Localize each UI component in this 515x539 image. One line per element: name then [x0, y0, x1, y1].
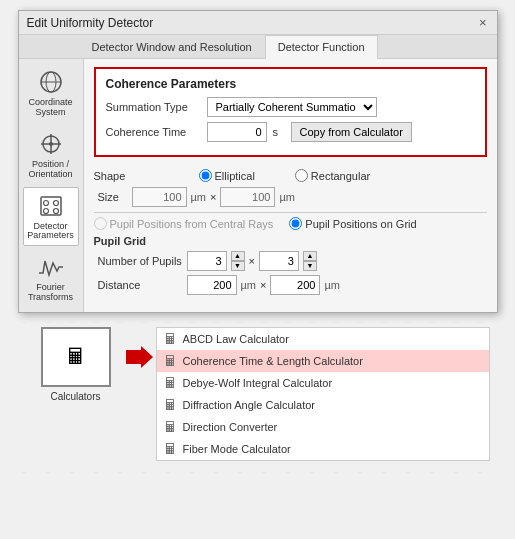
rectangular-radio[interactable]	[295, 169, 308, 182]
wavy-separator-top	[18, 317, 498, 323]
size-x-input[interactable]	[132, 187, 187, 207]
sidebar-label-detector-parameters: Detector Parameters	[26, 222, 76, 242]
rectangular-label: Rectangular	[311, 170, 370, 182]
num-pupils-row: Number of Pupils ▲ ▼ × ▲ ▼	[94, 251, 487, 271]
summation-type-row: Summation Type Partially Coherent Summat…	[106, 97, 475, 117]
spin-up-icon[interactable]: ▲	[231, 251, 245, 261]
distance-row: Distance µm × µm	[94, 275, 487, 295]
rectangular-radio-label[interactable]: Rectangular	[295, 169, 370, 182]
coordinate-system-icon	[35, 68, 67, 96]
pupil-grid-title: Pupil Grid	[94, 235, 487, 247]
num-pupils-y-spinner[interactable]: ▲ ▼	[303, 251, 317, 271]
distance-x-input[interactable]	[187, 275, 237, 295]
calc-item-coherence-time[interactable]: 🖩 Coherence Time & Length Calculator	[157, 350, 489, 372]
coherence-time-unit: s	[273, 126, 285, 138]
elliptical-radio[interactable]	[199, 169, 212, 182]
diffraction-angle-label: Diffraction Angle Calculator	[183, 399, 315, 411]
calculator-list: 🖩 ABCD Law Calculator 🖩 Coherence Time &…	[156, 327, 490, 461]
num-pupils-label: Number of Pupils	[98, 255, 183, 267]
debye-wolf-label: Debye-Wolf Integral Calculator	[183, 377, 333, 389]
shape-row: Shape Elliptical Rectangular	[94, 169, 487, 182]
separator-1	[94, 212, 487, 213]
sidebar-label-fourier: Fourier Transforms	[26, 283, 76, 303]
coherence-time-icon: 🖩	[163, 353, 177, 369]
pupil-positions-row: Pupil Positions from Central Rays Pupil …	[94, 217, 487, 230]
size-unit-y: µm	[279, 191, 295, 203]
distance-unit-x: µm	[241, 279, 257, 291]
multiply-sign-2: ×	[249, 255, 255, 267]
multiply-sign-3: ×	[260, 279, 266, 291]
close-button[interactable]: ×	[477, 15, 489, 30]
num-pupils-y-input[interactable]	[259, 251, 299, 271]
calc-item-fiber-mode[interactable]: 🖩 Fiber Mode Calculator	[157, 438, 489, 460]
copy-from-calculator-button[interactable]: Copy from Calculator	[291, 122, 412, 142]
grid-radio[interactable]	[289, 217, 302, 230]
summation-type-label: Summation Type	[106, 101, 201, 113]
svg-point-6	[49, 142, 53, 146]
central-rays-radio	[94, 217, 107, 230]
dialog-title: Edit Uniformity Detector	[27, 16, 154, 30]
fourier-transforms-icon	[35, 253, 67, 281]
shape-section: Shape Elliptical Rectangular Size µm ×	[94, 165, 487, 303]
num-pupils-x-input[interactable]	[187, 251, 227, 271]
sidebar-item-position-orientation[interactable]: Position / Orientation	[23, 125, 79, 185]
size-unit-x: µm	[191, 191, 207, 203]
fiber-mode-icon: 🖩	[163, 441, 177, 457]
grid-radio-label[interactable]: Pupil Positions on Grid	[289, 217, 416, 230]
distance-unit-y: µm	[324, 279, 340, 291]
sidebar-item-detector-parameters[interactable]: Detector Parameters	[23, 187, 79, 247]
calculators-label: Calculators	[50, 391, 100, 402]
tab-detector-function[interactable]: Detector Function	[265, 35, 378, 59]
coherence-section-title: Coherence Parameters	[106, 77, 475, 91]
distance-label: Distance	[98, 279, 183, 291]
elliptical-radio-label[interactable]: Elliptical	[199, 169, 255, 182]
summation-type-select[interactable]: Partially Coherent Summation Fully Coher…	[207, 97, 377, 117]
size-label: Size	[98, 191, 128, 203]
size-row: Size µm × µm	[94, 187, 487, 207]
grid-text: Pupil Positions on Grid	[305, 218, 416, 230]
svg-point-10	[43, 208, 48, 213]
abcd-law-label: ABCD Law Calculator	[183, 333, 289, 345]
detector-parameters-icon	[35, 192, 67, 220]
direction-converter-label: Direction Converter	[183, 421, 278, 433]
coherence-time-label: Coherence Time	[106, 126, 201, 138]
spin-up-y-icon[interactable]: ▲	[303, 251, 317, 261]
calc-item-abcd-law[interactable]: 🖩 ABCD Law Calculator	[157, 328, 489, 350]
debye-wolf-icon: 🖩	[163, 375, 177, 391]
coherence-time-row: Coherence Time s Copy from Calculator	[106, 122, 475, 142]
calc-item-direction-converter[interactable]: 🖩 Direction Converter	[157, 416, 489, 438]
distance-y-input[interactable]	[270, 275, 320, 295]
wavy-border-bottom	[18, 467, 498, 473]
direction-converter-icon: 🖩	[163, 419, 177, 435]
fiber-mode-label: Fiber Mode Calculator	[183, 443, 291, 455]
dialog-body: Coordinate System Position / Orientation	[19, 59, 497, 312]
central-rays-label[interactable]: Pupil Positions from Central Rays	[94, 217, 274, 230]
calc-item-diffraction-angle[interactable]: 🖩 Diffraction Angle Calculator	[157, 394, 489, 416]
spin-down-y-icon[interactable]: ▼	[303, 261, 317, 271]
svg-point-9	[53, 200, 58, 205]
sidebar-label-coordinate-system: Coordinate System	[26, 98, 76, 118]
multiply-sign: ×	[210, 191, 216, 203]
abcd-law-icon: 🖩	[163, 331, 177, 347]
spin-down-icon[interactable]: ▼	[231, 261, 245, 271]
sidebar-item-coordinate-system[interactable]: Coordinate System	[23, 63, 79, 123]
dialog-titlebar: Edit Uniformity Detector ×	[19, 11, 497, 35]
svg-marker-12	[126, 346, 153, 368]
tab-detector-window[interactable]: Detector Window and Resolution	[79, 35, 265, 58]
dialog-tabs: Detector Window and Resolution Detector …	[19, 35, 497, 59]
size-y-input[interactable]	[220, 187, 275, 207]
num-pupils-x-spinner[interactable]: ▲ ▼	[231, 251, 245, 271]
svg-point-11	[53, 208, 58, 213]
sidebar-item-fourier-transforms[interactable]: Fourier Transforms	[23, 248, 79, 308]
coherence-time-input[interactable]	[207, 122, 267, 142]
svg-point-8	[43, 200, 48, 205]
elliptical-label: Elliptical	[215, 170, 255, 182]
coherence-time-label: Coherence Time & Length Calculator	[183, 355, 363, 367]
calculator-icon: 🖩	[65, 344, 87, 370]
calculators-button[interactable]: 🖩	[41, 327, 111, 387]
sidebar: Coordinate System Position / Orientation	[19, 59, 84, 312]
calc-item-debye-wolf[interactable]: 🖩 Debye-Wolf Integral Calculator	[157, 372, 489, 394]
position-orientation-icon	[35, 130, 67, 158]
diffraction-angle-icon: 🖩	[163, 397, 177, 413]
sidebar-label-position: Position / Orientation	[26, 160, 76, 180]
